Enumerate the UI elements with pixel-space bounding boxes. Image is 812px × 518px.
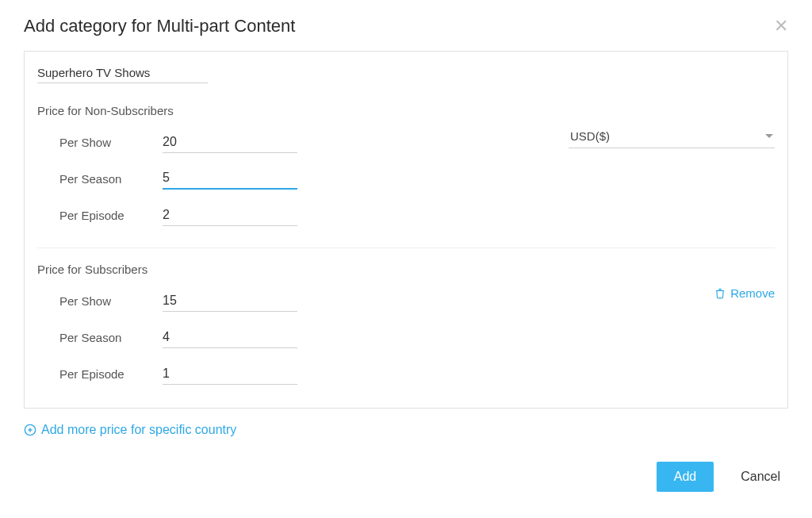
non-sub-per-episode-row: Per Episode [59,197,569,233]
chevron-down-icon [765,134,773,138]
add-category-modal: Add category for Multi-part Content ✕ Pr… [0,0,812,511]
non-sub-per-season-row: Per Season [59,160,569,197]
remove-label: Remove [730,286,775,300]
subscribers-section: Price for Subscribers Per Show Per Seaso… [37,263,775,392]
sub-per-season-input[interactable] [163,327,297,348]
modal-title: Add category for Multi-part Content [24,16,295,36]
non-sub-per-show-row: Per Show [59,124,569,160]
add-button[interactable]: Add [657,462,714,492]
per-season-label: Per Season [59,331,163,344]
category-name-input[interactable] [37,63,208,83]
per-show-label: Per Show [59,136,163,149]
sub-per-episode-input[interactable] [163,363,297,385]
currency-selected-label: USD($) [570,129,610,143]
sub-per-show-row: Per Show [59,282,714,319]
non-subscribers-heading: Price for Non-Subscribers [37,104,569,117]
trash-icon [714,287,726,300]
non-sub-per-episode-input[interactable] [163,205,297,226]
add-country-price-link[interactable]: Add more price for specific country [24,423,236,437]
sub-per-season-row: Per Season [59,319,714,355]
per-show-label: Per Show [59,294,163,308]
sub-per-show-input[interactable] [163,290,297,312]
non-sub-per-show-input[interactable] [163,132,297,153]
section-divider [37,247,775,248]
non-subscribers-section: Price for Non-Subscribers Per Show Per S… [37,104,775,233]
per-season-label: Per Season [59,172,163,186]
currency-select[interactable]: USD($) [569,126,775,148]
subscribers-heading: Price for Subscribers [37,263,714,276]
modal-footer: Add Cancel [24,462,788,492]
close-icon[interactable]: ✕ [774,17,788,35]
cancel-button[interactable]: Cancel [736,462,785,492]
remove-subscriber-pricing-link[interactable]: Remove [714,286,775,300]
per-episode-label: Per Episode [59,209,163,222]
modal-header: Add category for Multi-part Content ✕ [24,16,788,36]
add-more-label: Add more price for specific country [41,423,236,437]
sub-per-episode-row: Per Episode [59,355,714,392]
plus-circle-icon [24,424,36,436]
pricing-panel: Price for Non-Subscribers Per Show Per S… [24,51,788,409]
non-sub-per-season-input[interactable] [163,167,297,190]
per-episode-label: Per Episode [59,367,163,381]
